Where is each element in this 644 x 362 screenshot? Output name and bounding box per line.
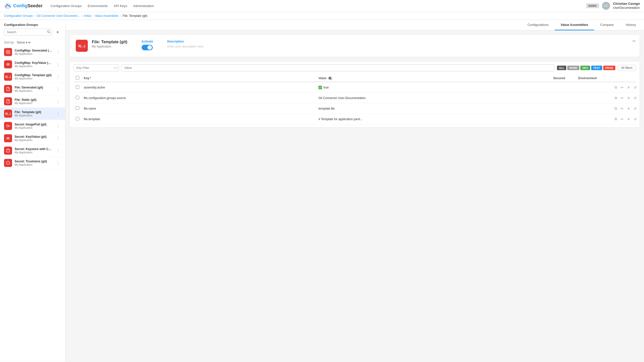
env-dev-badge[interactable]: DEV [580, 66, 590, 70]
breadcrumb-initial[interactable]: Initial [84, 14, 91, 18]
row-checkbox[interactable] [76, 106, 79, 110]
copy-button[interactable]: ⧉ [614, 116, 618, 122]
breadcrumb-git-connector[interactable]: Git Connector User-Document... [37, 14, 80, 18]
item-sub: My Application [15, 65, 53, 68]
item-menu-button[interactable]: ⋮ [55, 123, 61, 129]
file-info: File: Template (git) My Application [92, 40, 127, 48]
item-menu-button[interactable]: ⋮ [55, 110, 61, 117]
sidebar-item[interactable]: ${...} ConfigMap: Template (git) My Appl… [0, 71, 65, 83]
sidebar-item[interactable]: File: Generated (git) My Application ⋮ [0, 83, 65, 95]
search-input-wrap [4, 29, 52, 36]
user-area: DEMO CC Christian Cavegn UserDocumentati… [586, 2, 640, 10]
item-name: ConfigMap: Generated (git) [15, 49, 53, 52]
item-info: ConfigMap: Generated (git) My Applicatio… [15, 49, 53, 55]
row-value: true [318, 86, 553, 89]
item-menu-button[interactable]: ⋮ [55, 135, 61, 142]
edit-row-button[interactable]: ✏ [620, 85, 625, 90]
env-test-badge[interactable]: TEST [591, 66, 602, 70]
item-menu-button[interactable]: ⋮ [55, 61, 61, 68]
env-all-badge[interactable]: ALL [557, 66, 566, 70]
visibility-icon[interactable]: 👁‍🗨 [328, 76, 332, 80]
edit-row-button[interactable]: ✏ [620, 106, 625, 111]
item-menu-button[interactable]: ⋮ [55, 49, 61, 56]
avatar: CC [602, 2, 610, 10]
delete-row-button[interactable]: ✕ [626, 106, 631, 111]
copy-button[interactable]: ⧉ [614, 85, 618, 90]
sidebar-header: Configuration Groups + [0, 20, 65, 39]
item-sub: My Application [15, 102, 53, 105]
sidebar-item[interactable]: ConfigMap: Key/Value (git) My Applicatio… [0, 58, 65, 71]
sidebar-item[interactable]: Secret: Keystore with Chain (git) My App… [0, 145, 65, 157]
sidebar-item[interactable]: File: Static (git) My Application ⋮ [0, 95, 65, 108]
copy-button[interactable]: ⧉ [614, 106, 618, 111]
activate-label: Activate [141, 40, 153, 43]
row-checkbox[interactable] [76, 96, 79, 99]
sort-select[interactable]: Name ▾ [16, 40, 31, 44]
row-checkbox[interactable] [76, 117, 79, 120]
nav-api-keys[interactable]: API Keys [114, 3, 127, 9]
activate-toggle[interactable] [142, 45, 153, 50]
env-filters: ALL NONE DEV TEST PROD [557, 66, 615, 70]
row-actions: ⧉ ✏ ✕ ↺ [614, 106, 634, 111]
delete-row-button[interactable]: ✕ [626, 85, 631, 90]
item-sub: My Application [15, 139, 53, 142]
item-icon [4, 97, 12, 105]
description-section: Description Enter your description here [167, 40, 634, 48]
history-row-button[interactable]: ↺ [633, 85, 638, 90]
select-all-checkbox[interactable] [76, 76, 79, 79]
nav-administration[interactable]: Administration [133, 3, 154, 9]
row-checkbox[interactable] [76, 85, 79, 89]
value-filter-input[interactable] [122, 64, 554, 71]
edit-button[interactable]: ✏ [632, 39, 636, 43]
nav-links: Configuration Groups Environments API Ke… [51, 3, 586, 9]
sidebar-item[interactable]: ${...} File: Template (git) My Applicati… [0, 108, 65, 120]
breadcrumb-value-assemblies[interactable]: Value Assemblies [95, 14, 119, 18]
secured-column-header: Secured [553, 76, 578, 80]
key-filter-input[interactable] [74, 64, 119, 71]
add-button[interactable]: + [54, 29, 61, 36]
tab-history[interactable]: History [620, 20, 642, 30]
item-name: Secret: Key/Value (git) [15, 135, 53, 139]
item-menu-button[interactable]: ⋮ [55, 86, 61, 93]
item-menu-button[interactable]: ⋮ [55, 160, 61, 166]
sidebar-item[interactable]: ConfigMap: Generated (git) My Applicatio… [0, 46, 65, 58]
env-prod-badge[interactable]: PROD [603, 66, 615, 70]
table-wrap: Key* Value 👁‍🗨 Secured Environment assem… [74, 74, 636, 124]
delete-row-button[interactable]: ✕ [626, 117, 631, 122]
nav-environments[interactable]: Environments [88, 3, 108, 9]
copy-button[interactable]: ⧉ [614, 95, 618, 101]
history-row-button[interactable]: ↺ [633, 117, 638, 122]
file-header-card: ${...} File: Template (git) My Applicati… [69, 34, 640, 57]
history-row-button[interactable]: ↺ [633, 106, 638, 111]
search-input[interactable] [4, 29, 52, 36]
history-row-button[interactable]: ↺ [633, 96, 638, 101]
item-menu-button[interactable]: ⋮ [55, 73, 61, 80]
tab-compare[interactable]: Compare [594, 20, 620, 30]
row-checkbox-col [76, 117, 84, 121]
search-button[interactable] [47, 30, 51, 34]
sidebar-item[interactable]: Secret: ImagePull (git) My Application ⋮ [0, 120, 65, 132]
item-sub: My Application [15, 52, 53, 55]
description-label: Description [167, 40, 634, 43]
item-name: File: Template (git) [15, 110, 53, 114]
item-info: Secret: ImagePull (git) My Application [15, 123, 53, 129]
item-menu-button[interactable]: ⋮ [55, 98, 61, 105]
sidebar-item[interactable]: Secret: Key/Value (git) My Application ⋮ [0, 132, 65, 145]
edit-row-button[interactable]: ✏ [620, 96, 625, 101]
sidebar-item[interactable]: Secret: Truststore (git) My Application … [0, 157, 65, 169]
env-none-badge[interactable]: NONE [567, 66, 579, 70]
delete-row-button[interactable]: ✕ [626, 96, 631, 101]
tab-value-assemblies[interactable]: Value Assemblies [555, 20, 594, 30]
item-menu-button[interactable]: ⋮ [55, 147, 61, 154]
search-row: + [4, 29, 61, 36]
item-info: File: Template (git) My Application [15, 110, 53, 117]
tab-configurations[interactable]: Configurations [521, 20, 555, 30]
all-filters-button[interactable]: All filters [618, 65, 636, 71]
edit-row-button[interactable]: ✏ [620, 117, 625, 122]
row-checkbox-col [76, 106, 84, 111]
nav-configuration-groups[interactable]: Configuration Groups [51, 3, 82, 9]
table-row: file.template # Template for application… [74, 114, 636, 124]
user-name: Christian Cavegn [613, 2, 640, 6]
logo-text: ConfigSeeder [13, 3, 43, 9]
breadcrumb-config-groups[interactable]: Configuration Groups [4, 14, 33, 18]
